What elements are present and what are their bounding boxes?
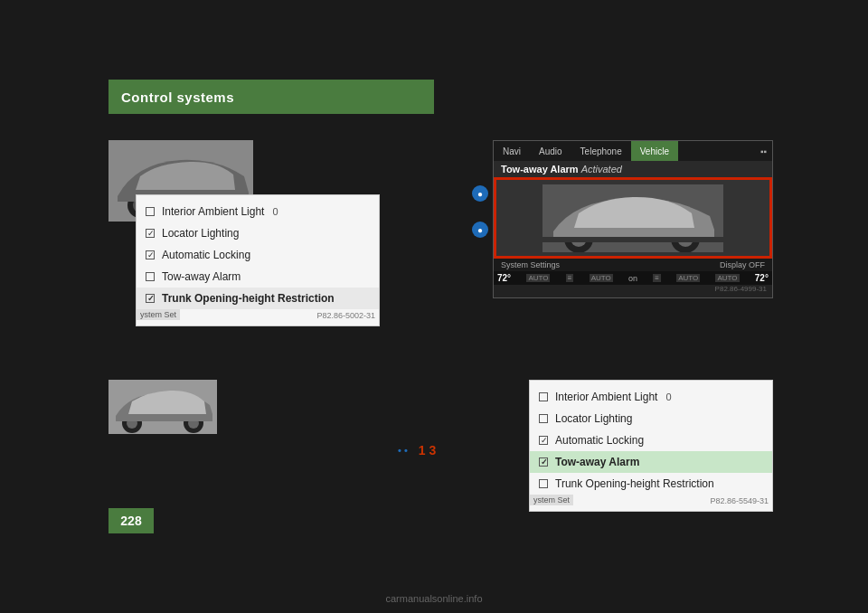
icon-numbers: 1 3 — [419, 443, 436, 457]
menu-item-ambient: Interior Ambient Light 0 — [137, 201, 379, 222]
page-number: 228 — [108, 508, 154, 533]
system-tag-bottom: ystem Set — [530, 495, 573, 505]
panel-code-top: P82.86-5002-31 — [316, 311, 375, 320]
page-title: Control systems — [121, 90, 234, 105]
screen-nav-bar: Navi Audio Telephone Vehicle ▪▪ — [494, 141, 772, 161]
menu-item-locator: Locator Lighting — [137, 222, 379, 244]
menu-item-trunk-b: Trunk Opening-height Restriction — [530, 473, 772, 495]
menu-item-towaway-b: Tow-away Alarm — [530, 451, 772, 473]
car-image-bottom — [108, 380, 217, 434]
screen-title-bar: Tow-away Alarm Activated — [494, 161, 772, 177]
nav-vehicle: Vehicle — [631, 141, 678, 161]
blue-dot-1: ● — [472, 185, 488, 202]
checkbox-towaway-b — [539, 457, 548, 467]
dot-text: • • — [398, 445, 408, 456]
checkbox-trunk — [146, 294, 155, 303]
nav-telephone: Telephone — [571, 141, 631, 161]
checkbox-trunk-b — [539, 479, 548, 488]
checkbox-autolocking-b — [539, 436, 548, 445]
panel-code-bottom: P82.86-5549-31 — [710, 496, 769, 505]
header-bar: Control systems — [108, 80, 434, 114]
menu-item-towaway: Tow-away Alarm — [137, 266, 379, 288]
menu-item-ambient-b: Interior Ambient Light 0 — [530, 386, 772, 408]
screen-controls-bar: 72° AUTO ≡ AUTO on ≡ AUTO AUTO 72° — [494, 271, 772, 285]
checkbox-ambient-b — [539, 392, 548, 401]
top-menu-panel: Interior Ambient Light 0 Locator Lightin… — [136, 194, 380, 326]
menu-item-locator-b: Locator Lighting — [530, 408, 772, 429]
nav-navi: Navi — [494, 141, 530, 161]
menu-item-autolocking: Automatic Locking — [137, 244, 379, 266]
checkbox-towaway — [146, 272, 155, 281]
checkbox-ambient — [146, 207, 155, 216]
screen-car-area — [494, 177, 772, 259]
screen-bottom-bar: System Settings Display OFF — [494, 259, 772, 271]
blue-dot-2: ● — [472, 222, 488, 238]
screen-code-top: P82.86-4999-31 — [494, 285, 772, 295]
nav-audio: Audio — [530, 141, 571, 161]
menu-item-trunk: Trunk Opening-height Restriction — [137, 288, 379, 309]
checkbox-autolocking — [146, 250, 155, 259]
checkbox-locator-b — [539, 414, 548, 423]
dots-area: • • 1 3 — [398, 443, 436, 457]
battery-icon: ▪▪ — [760, 146, 767, 156]
svg-rect-10 — [542, 237, 723, 242]
checkbox-locator — [146, 229, 155, 238]
screen-panel-top: Navi Audio Telephone Vehicle ▪▪ Tow-away… — [493, 140, 773, 298]
menu-item-autolocking-b: Automatic Locking — [530, 429, 772, 451]
system-tag-top: ystem Set — [137, 309, 180, 320]
watermark: carmanualsonline.info — [385, 593, 482, 604]
bottom-menu-panel: Interior Ambient Light 0 Locator Lightin… — [529, 380, 773, 512]
